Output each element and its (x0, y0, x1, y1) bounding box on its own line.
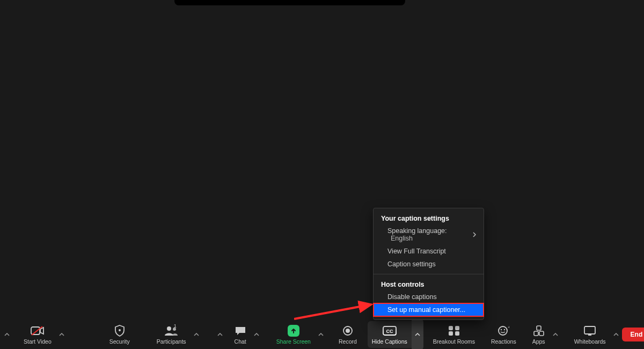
apps-label: Apps (532, 338, 545, 345)
participants-menu-chevron[interactable] (191, 319, 202, 349)
svg-text:CC: CC (386, 329, 393, 334)
svg-text:+: + (508, 325, 509, 330)
svg-rect-20 (539, 331, 544, 336)
svg-point-7 (346, 329, 350, 333)
video-menu-chevron[interactable] (56, 319, 68, 349)
chat-menu-chevron[interactable] (251, 319, 262, 349)
menu-item-setup-manual-captioner[interactable]: Set up manual captioner... (374, 303, 484, 316)
popup-section-host-controls: Host controls (374, 278, 484, 290)
svg-point-4 (167, 326, 171, 331)
svg-point-15 (501, 329, 502, 330)
end-meeting-button[interactable]: End (622, 328, 644, 341)
record-icon (342, 324, 353, 337)
whiteboards-label: Whiteboards (574, 338, 606, 345)
chat-icon (235, 324, 246, 337)
audio-menu-chevron[interactable] (2, 319, 12, 349)
captions-settings-popup: Your caption settings Speaking language:… (373, 208, 484, 320)
svg-rect-13 (455, 331, 459, 336)
closed-caption-icon: CC (383, 324, 397, 337)
menu-item-disable-captions[interactable]: Disable captions (374, 290, 484, 303)
breakout-rooms-icon (448, 324, 460, 337)
reactions-button[interactable]: + Reactions (487, 321, 521, 348)
svg-rect-10 (449, 326, 453, 330)
svg-point-16 (504, 329, 505, 330)
svg-line-2 (32, 326, 42, 335)
svg-rect-11 (455, 326, 459, 330)
svg-point-3 (119, 329, 121, 331)
share-screen-menu-chevron[interactable] (315, 319, 327, 349)
whiteboards-button[interactable]: Whiteboards (570, 321, 610, 348)
whiteboards-menu-chevron[interactable] (610, 319, 622, 349)
share-screen-label: Share Screen (276, 338, 311, 345)
whiteboards-icon (583, 324, 596, 337)
start-video-label: Start Video (24, 338, 52, 345)
speaking-language-value: English (391, 235, 413, 242)
popup-divider (374, 274, 484, 274)
reactions-icon: + (497, 324, 509, 337)
captions-menu-chevron[interactable] (412, 319, 423, 349)
svg-rect-12 (449, 331, 453, 336)
speaking-language-label: Speaking language: (387, 227, 447, 235)
security-label: Security (109, 338, 130, 345)
video-off-icon (31, 324, 45, 337)
popup-section-your-settings: Your caption settings (374, 212, 484, 224)
chevron-right-icon (473, 232, 476, 237)
breakout-rooms-button[interactable]: Breakout Rooms (429, 321, 479, 348)
chat-left-chevron[interactable] (215, 319, 225, 349)
hide-captions-label: Hide Captions (372, 338, 407, 345)
participants-button[interactable]: 1 Participants (152, 321, 191, 348)
participants-count-badge: 1 (174, 323, 177, 329)
svg-rect-22 (588, 335, 591, 336)
menu-item-caption-settings[interactable]: Caption settings (374, 258, 484, 271)
shield-icon (114, 324, 125, 337)
apps-button[interactable]: Apps (528, 321, 550, 348)
share-screen-icon (288, 324, 299, 337)
menu-item-view-full-transcript[interactable]: View Full Transcript (374, 245, 484, 258)
apps-icon (533, 324, 544, 337)
svg-point-14 (499, 326, 507, 335)
apps-menu-chevron[interactable] (550, 319, 561, 349)
security-button[interactable]: Security (105, 321, 134, 348)
svg-rect-21 (584, 326, 595, 334)
svg-rect-1 (31, 327, 40, 335)
record-button[interactable]: Record (334, 321, 361, 348)
top-overlay-bar (174, 0, 405, 5)
share-screen-button[interactable]: Share Screen (272, 321, 315, 348)
video-area (0, 0, 644, 322)
breakout-rooms-label: Breakout Rooms (433, 338, 475, 345)
svg-rect-19 (534, 331, 538, 336)
hide-captions-button[interactable]: CC Hide Captions (368, 321, 412, 348)
svg-rect-18 (537, 326, 541, 330)
record-label: Record (339, 338, 357, 345)
meeting-toolbar: Start Video Security (0, 320, 644, 349)
participants-icon (164, 324, 179, 337)
reactions-label: Reactions (491, 338, 516, 345)
menu-item-speaking-language[interactable]: Speaking language: English (374, 224, 484, 245)
start-video-button[interactable]: Start Video (19, 321, 56, 348)
chat-button[interactable]: Chat (230, 321, 251, 348)
participants-label: Participants (157, 338, 186, 345)
chat-label: Chat (235, 338, 246, 345)
